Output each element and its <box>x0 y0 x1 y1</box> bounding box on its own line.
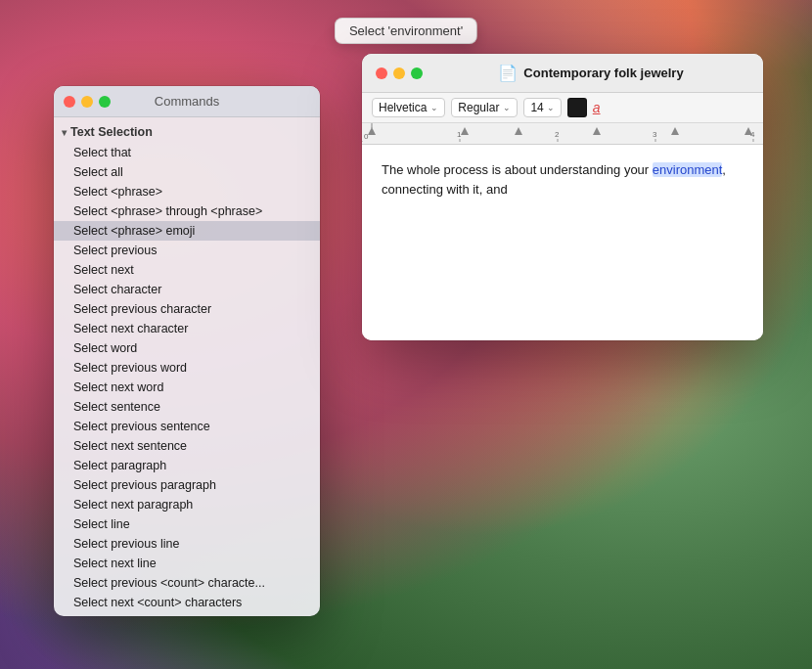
command-item[interactable]: Select next character <box>54 319 320 338</box>
command-item[interactable]: Select next line <box>54 554 320 573</box>
command-item[interactable]: Select <phrase> emoji <box>54 221 320 241</box>
command-item[interactable]: Select next <count> characters <box>54 593 320 612</box>
commands-window: Commands ▾ Text Selection Select thatSel… <box>54 86 320 616</box>
command-item[interactable]: Select sentence <box>54 397 320 417</box>
font-family-selector[interactable]: Helvetica ⌄ <box>372 98 445 117</box>
font-style-arrow-icon: ⌄ <box>503 103 511 112</box>
commands-maximize-button[interactable] <box>99 96 111 108</box>
font-family-arrow-icon: ⌄ <box>430 103 438 112</box>
editor-maximize-button[interactable] <box>411 67 423 79</box>
command-item[interactable]: Select that <box>54 143 320 162</box>
editor-paragraph: The whole process is about understanding… <box>382 160 744 199</box>
editor-window: 📄 Contemporary folk jewelry Helvetica ⌄ … <box>362 54 763 340</box>
commands-minimize-button[interactable] <box>81 96 93 108</box>
command-item[interactable]: Select next paragraph <box>54 495 320 514</box>
highlighted-word: environment <box>653 162 723 177</box>
svg-text:0: 0 <box>364 132 369 141</box>
font-size-arrow-icon: ⌄ <box>547 103 555 112</box>
commands-list: ▾ Text Selection Select thatSelect allSe… <box>54 117 320 616</box>
document-icon: 📄 <box>498 64 518 82</box>
tooltip-text: Select 'environment' <box>349 23 463 38</box>
editor-close-button[interactable] <box>376 67 387 79</box>
font-size-selector[interactable]: 14 ⌄ <box>523 98 561 117</box>
command-item[interactable]: Select previous <box>54 241 320 260</box>
command-item[interactable]: Select previous <count> characte... <box>54 573 320 593</box>
section-chevron-icon: ▾ <box>62 127 67 138</box>
editor-titlebar: 📄 Contemporary folk jewelry <box>362 54 763 93</box>
command-item[interactable]: Select previous paragraph <box>54 475 320 495</box>
command-item[interactable]: Select <phrase> through <phrase> <box>54 201 320 221</box>
editor-ruler: 0 1 2 3 4 <box>362 123 763 145</box>
text-color-button[interactable]: a <box>593 100 601 115</box>
color-swatch[interactable] <box>567 98 587 117</box>
text-selection-section-header: ▾ Text Selection <box>54 121 320 143</box>
svg-marker-30 <box>671 127 679 135</box>
editor-title-area: 📄 Contemporary folk jewelry <box>432 64 749 82</box>
command-item[interactable]: Select previous word <box>54 358 320 378</box>
command-item[interactable]: Select next sentence <box>54 436 320 456</box>
svg-marker-29 <box>593 127 601 135</box>
svg-marker-27 <box>461 127 469 135</box>
command-item[interactable]: Select word <box>54 338 320 358</box>
commands-close-button[interactable] <box>64 96 75 108</box>
command-item[interactable]: Select character <box>54 280 320 299</box>
command-item[interactable]: Select previous sentence <box>54 417 320 436</box>
command-item[interactable]: Select <phrase> <box>54 182 320 201</box>
editor-document-title: Contemporary folk jewelry <box>523 66 683 80</box>
command-item[interactable]: Select paragraph <box>54 456 320 475</box>
editor-minimize-button[interactable] <box>393 67 405 79</box>
commands-titlebar: Commands <box>54 86 320 117</box>
command-item[interactable]: Select line <box>54 514 320 534</box>
voice-command-tooltip: Select 'environment' <box>335 18 477 44</box>
command-item[interactable]: Select all <box>54 162 320 182</box>
command-item[interactable]: Select previous character <box>54 299 320 319</box>
command-item[interactable]: Select next word <box>54 378 320 397</box>
svg-marker-26 <box>368 127 376 135</box>
font-family-value: Helvetica <box>379 101 427 114</box>
editor-window-controls <box>376 67 423 79</box>
font-size-value: 14 <box>530 101 543 114</box>
section-label: Text Selection <box>70 125 153 139</box>
text-before-highlight: The whole process is about understanding… <box>382 162 653 177</box>
font-style-selector[interactable]: Regular ⌄ <box>451 98 518 117</box>
commands-window-title: Commands <box>155 94 219 109</box>
svg-marker-28 <box>515 127 522 135</box>
commands-window-controls <box>64 96 111 108</box>
command-item[interactable]: Select next <box>54 260 320 280</box>
svg-text:2: 2 <box>555 130 560 139</box>
command-item[interactable]: Select previous line <box>54 534 320 554</box>
svg-text:3: 3 <box>653 130 657 139</box>
commands-items-list: Select thatSelect allSelect <phrase>Sele… <box>54 143 320 612</box>
editor-content-area[interactable]: The whole process is about understanding… <box>362 145 763 340</box>
font-style-value: Regular <box>458 101 499 114</box>
ruler-svg: 0 1 2 3 4 <box>362 123 763 142</box>
editor-toolbar: Helvetica ⌄ Regular ⌄ 14 ⌄ a <box>362 93 763 123</box>
